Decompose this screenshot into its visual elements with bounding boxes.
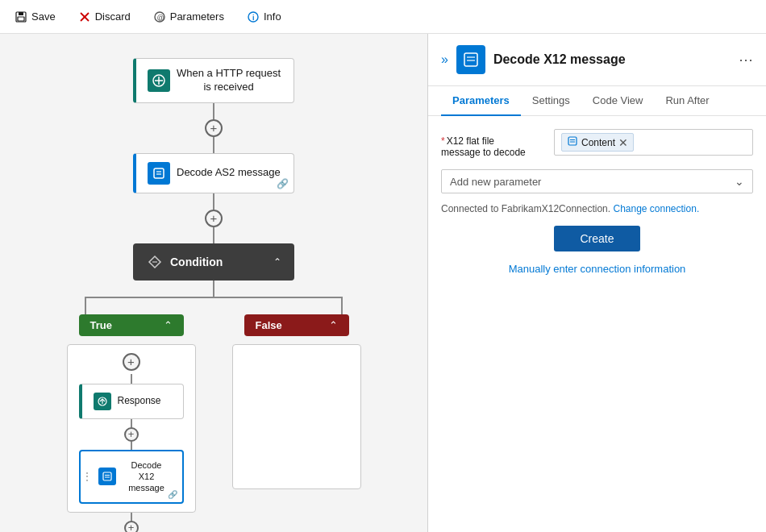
true-conn-2	[131, 419, 132, 427]
add-param-chevron: ⌄	[735, 175, 744, 188]
parameters-button[interactable]: @ Parameters	[150, 9, 227, 25]
true-branch-body: + Response +	[67, 344, 196, 513]
true-branch-header[interactable]: True ⌃	[79, 314, 184, 336]
conn-line-2b	[213, 227, 214, 243]
discard-button[interactable]: Discard	[75, 9, 134, 25]
svg-text:@: @	[156, 14, 164, 22]
plus-btn-true-mid[interactable]: +	[124, 427, 139, 442]
true-bottom-conn	[131, 513, 132, 521]
svg-text:i: i	[252, 14, 255, 22]
info-label: Info	[264, 10, 281, 23]
http-trigger-box[interactable]: When a HTTP requestis received	[133, 58, 294, 103]
decode-as2-label: Decode AS2 message	[177, 166, 281, 180]
link-icon-1: 🔗	[277, 178, 289, 189]
response-box[interactable]: Response	[79, 384, 184, 419]
panel-title: Decode X12 message	[493, 52, 626, 67]
branch-bottom-verts	[85, 298, 343, 314]
tag-input[interactable]: Content ✕	[554, 129, 753, 156]
response-icon	[94, 393, 111, 410]
http-trigger-icon	[148, 69, 170, 92]
tab-settings[interactable]: Settings	[521, 86, 581, 116]
manual-connection-link[interactable]: Manually enter connection information	[441, 263, 753, 275]
branch-horiz-line	[85, 297, 343, 298]
tag-label: Content	[581, 137, 615, 148]
condition-inner: Condition	[146, 253, 223, 271]
tab-run-after[interactable]: Run After	[654, 86, 720, 116]
info-icon: i	[247, 10, 260, 23]
tab-code-view[interactable]: Code View	[581, 86, 655, 116]
tag-close-btn[interactable]: ✕	[618, 136, 628, 149]
branch-headers: True ⌃ + Response	[60, 314, 367, 532]
decode-as2-box[interactable]: Decode AS2 message 🔗	[133, 153, 294, 193]
x12-field-row: *X12 flat filemessage to decode Content …	[441, 129, 753, 158]
panel-tabs: Parameters Settings Code View Run After	[428, 86, 766, 116]
panel-more-btn[interactable]: ⋯	[739, 51, 753, 69]
decode-x12-icon	[98, 468, 116, 485]
info-button[interactable]: i Info	[244, 9, 285, 25]
decode-x12-label: Decode X12 message	[123, 459, 171, 494]
false-branch-header[interactable]: False ⌃	[244, 314, 349, 336]
true-chevron: ⌃	[164, 319, 173, 331]
http-trigger-node: When a HTTP requestis received	[133, 58, 294, 103]
decode-as2-icon	[148, 162, 170, 185]
branch-right-vert	[341, 298, 343, 314]
change-connection-link[interactable]: Change connection.	[613, 203, 699, 214]
svg-rect-2	[18, 17, 24, 21]
x12-field-value: Content ✕	[554, 129, 753, 156]
plus-btn-true-bottom[interactable]: +	[124, 521, 139, 532]
link-icon-2: 🔗	[168, 490, 177, 499]
parameters-icon: @	[153, 10, 166, 23]
tab-parameters[interactable]: Parameters	[441, 86, 521, 116]
add-param-row[interactable]: Add new parameter ⌄	[441, 169, 753, 193]
false-label: False	[256, 319, 282, 331]
conn-line-2	[213, 193, 214, 210]
panel-title-icon	[456, 45, 485, 74]
connection-text: Connected to FabrikamX12Connection.	[441, 203, 610, 214]
content-tag: Content ✕	[561, 133, 634, 152]
false-branch-body	[232, 344, 361, 489]
plus-btn-2[interactable]: +	[205, 210, 223, 227]
x12-field-label: *X12 flat filemessage to decode	[441, 129, 546, 158]
branch-top-vert	[213, 281, 214, 297]
connector-1: +	[205, 103, 223, 153]
decode-as2-node: Decode AS2 message 🔗	[133, 153, 294, 193]
discard-icon	[78, 10, 91, 23]
save-icon	[15, 10, 27, 23]
svg-rect-18	[103, 472, 111, 480]
condition-box[interactable]: Condition ⌃	[133, 243, 294, 281]
response-label: Response	[118, 395, 161, 408]
canvas: When a HTTP requestis received + Decode …	[0, 34, 427, 532]
panel-expand-btn[interactable]: »	[441, 52, 448, 67]
true-conn-1	[131, 374, 132, 384]
toolbar: Save Discard @ Parameters i Info	[0, 0, 766, 34]
true-conn-3	[131, 442, 132, 450]
add-param-text: Add new parameter	[450, 176, 541, 188]
right-panel: » Decode X12 message ⋯ Parameters Settin…	[427, 34, 766, 532]
false-branch: False ⌃	[226, 314, 367, 532]
plus-btn-1[interactable]: +	[205, 119, 223, 137]
decode-x12-box[interactable]: ⋮ Decode X12 message 🔗	[79, 450, 184, 504]
false-chevron: ⌃	[329, 319, 338, 331]
save-button[interactable]: Save	[11, 9, 59, 25]
save-label: Save	[31, 10, 56, 23]
drag-handle: ⋮	[82, 471, 92, 482]
flow-container: When a HTTP requestis received + Decode …	[20, 58, 407, 508]
conn-line-1	[213, 103, 214, 119]
panel-body: *X12 flat filemessage to decode Content …	[428, 116, 766, 532]
connection-info: Connected to FabrikamX12Connection. Chan…	[441, 203, 753, 214]
main-area: When a HTTP requestis received + Decode …	[0, 34, 766, 532]
true-label: True	[90, 319, 112, 331]
true-branch: True ⌃ + Response	[60, 314, 202, 532]
condition-label: Condition	[170, 256, 223, 268]
discard-label: Discard	[95, 10, 131, 23]
branch-left-vert	[85, 298, 86, 314]
connector-2: +	[205, 193, 223, 243]
plus-btn-true-top[interactable]: +	[123, 353, 140, 371]
condition-node: Condition ⌃	[133, 243, 294, 281]
condition-icon	[146, 253, 164, 271]
panel-header: » Decode X12 message ⋯	[428, 34, 766, 86]
create-button[interactable]: Create	[554, 226, 639, 251]
required-star: *	[441, 135, 445, 147]
svg-rect-1	[19, 12, 23, 15]
conn-line-1b	[213, 137, 214, 153]
